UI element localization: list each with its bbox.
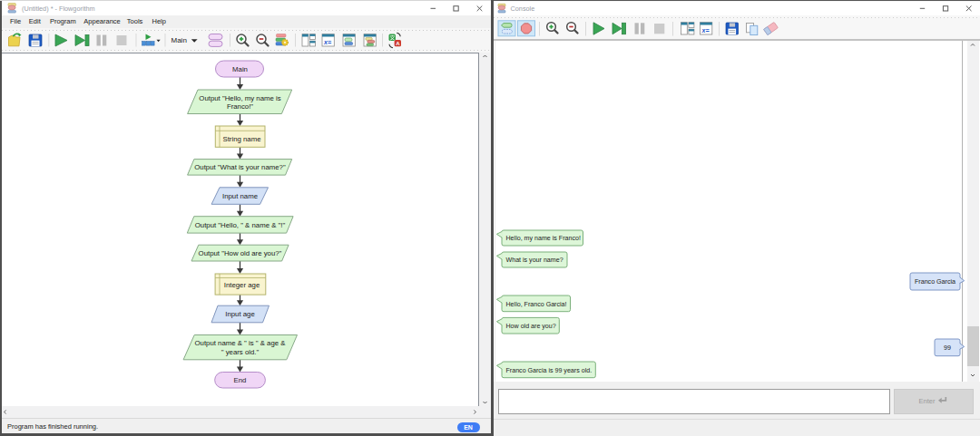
svg-text:EN: EN (464, 424, 473, 431)
svg-text:x=: x= (701, 27, 710, 34)
svg-text:Main: Main (172, 36, 187, 44)
svg-text:Appearance: Appearance (83, 17, 120, 25)
svg-text:Hello, Franco Garcia!: Hello, Franco Garcia! (506, 301, 567, 308)
svg-text:A: A (396, 41, 400, 46)
svg-text:Help: Help (152, 17, 166, 25)
svg-text:" years old.": " years old." (221, 348, 260, 356)
svg-text:Hello, my name is Franco!: Hello, my name is Franco! (506, 235, 581, 242)
svg-text:99: 99 (944, 344, 951, 352)
svg-text:Edit: Edit (29, 17, 42, 25)
svg-text:(Untitled) * - Flowgorithm: (Untitled) * - Flowgorithm (22, 5, 95, 13)
svg-text:Console: Console (511, 5, 535, 13)
svg-text:Tools: Tools (127, 17, 143, 25)
svg-text:Input name: Input name (222, 192, 258, 200)
svg-text:Output "Hello, " & name & "!": Output "Hello, " & name & "!" (195, 221, 286, 229)
svg-text:Output name & " is " & age &: Output name & " is " & age & (194, 339, 286, 347)
svg-text:Output "What is your name?": Output "What is your name?" (194, 163, 286, 171)
svg-text:What is your name?: What is your name? (506, 257, 564, 264)
svg-text:Output "How old are you?": Output "How old are you?" (199, 249, 282, 257)
svg-text:How old are you?: How old are you? (506, 323, 556, 330)
svg-text:Main: Main (232, 65, 248, 73)
svg-text:Program has finished running.: Program has finished running. (7, 422, 98, 431)
svg-text:Franco Garcia is 99 years old.: Franco Garcia is 99 years old. (506, 367, 593, 374)
svg-text:Output "Hello, my name is: Output "Hello, my name is (199, 94, 280, 102)
svg-text:Franco Garcia: Franco Garcia (915, 278, 956, 286)
svg-text:Program: Program (50, 17, 76, 25)
svg-text:String name: String name (222, 135, 260, 143)
svg-text:Input age: Input age (225, 310, 255, 318)
svg-text:File: File (10, 17, 21, 25)
svg-text:Integer age: Integer age (224, 281, 260, 289)
svg-text:Enter: Enter (919, 397, 936, 405)
svg-text:Franco!": Franco!" (227, 102, 253, 111)
svg-text:End: End (234, 376, 247, 384)
svg-text:x=: x= (323, 39, 331, 45)
